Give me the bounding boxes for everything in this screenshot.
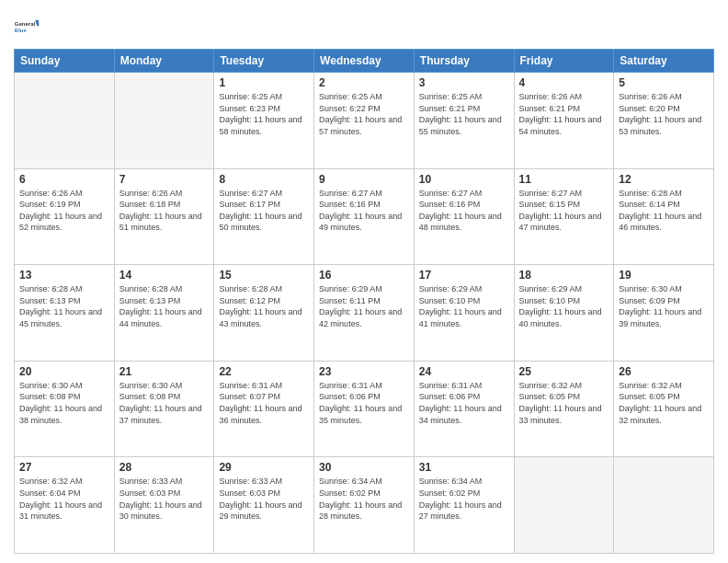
calendar-cell: 13 Sunrise: 6:28 AM Sunset: 6:13 PM Dayl… [15,265,115,362]
daylight-text: Daylight: 11 hours and 36 minutes. [219,403,309,426]
sunset-text: Sunset: 6:03 PM [119,488,210,500]
day-number: 26 [619,365,709,378]
day-number: 8 [219,173,309,186]
cell-info: Sunrise: 6:34 AM Sunset: 6:02 PM Dayligh… [319,476,409,522]
calendar-cell: 7 Sunrise: 6:26 AM Sunset: 6:18 PM Dayli… [114,168,214,265]
calendar-cell: 18 Sunrise: 6:29 AM Sunset: 6:10 PM Dayl… [514,265,614,362]
calendar-cell [15,73,115,169]
day-number: 27 [19,461,109,474]
weekday-header-wednesday: Wednesday [314,50,415,73]
day-number: 4 [519,76,609,89]
cell-info: Sunrise: 6:31 AM Sunset: 6:06 PM Dayligh… [319,380,409,426]
cell-info: Sunrise: 6:30 AM Sunset: 6:09 PM Dayligh… [619,283,709,329]
daylight-text: Daylight: 11 hours and 58 minutes. [219,114,309,137]
sunrise-text: Sunrise: 6:25 AM [419,91,509,103]
day-number: 19 [619,269,709,282]
day-number: 21 [119,365,210,378]
day-number: 10 [419,173,509,186]
cell-info: Sunrise: 6:27 AM Sunset: 6:17 PM Dayligh… [219,188,309,234]
calendar-week-row: 27 Sunrise: 6:32 AM Sunset: 6:04 PM Dayl… [15,457,714,554]
calendar-cell: 11 Sunrise: 6:27 AM Sunset: 6:15 PM Dayl… [514,168,614,265]
weekday-header-sunday: Sunday [15,50,115,73]
calendar-cell: 31 Sunrise: 6:34 AM Sunset: 6:02 PM Dayl… [414,457,514,554]
sunset-text: Sunset: 6:11 PM [319,295,409,307]
sunrise-text: Sunrise: 6:26 AM [619,91,709,103]
day-number: 31 [419,461,509,474]
sunrise-text: Sunrise: 6:34 AM [419,476,509,488]
weekday-header-friday: Friday [514,50,614,73]
day-number: 5 [619,76,709,89]
calendar-cell [114,73,214,169]
cell-info: Sunrise: 6:34 AM Sunset: 6:02 PM Dayligh… [419,476,509,522]
sunrise-text: Sunrise: 6:32 AM [19,476,109,488]
sunrise-text: Sunrise: 6:33 AM [119,476,210,488]
calendar-cell [614,457,714,554]
daylight-text: Daylight: 11 hours and 30 minutes. [119,500,210,523]
sunset-text: Sunset: 6:15 PM [519,199,609,211]
calendar-cell: 14 Sunrise: 6:28 AM Sunset: 6:13 PM Dayl… [114,265,214,362]
sunrise-text: Sunrise: 6:34 AM [319,476,409,488]
page: General Blue SundayMondayTuesdayWednesda… [0,0,728,563]
calendar-cell: 26 Sunrise: 6:32 AM Sunset: 6:05 PM Dayl… [614,361,714,457]
daylight-text: Daylight: 11 hours and 29 minutes. [219,500,309,523]
cell-info: Sunrise: 6:31 AM Sunset: 6:06 PM Dayligh… [419,380,509,426]
day-number: 23 [319,365,409,378]
cell-info: Sunrise: 6:26 AM Sunset: 6:21 PM Dayligh… [519,91,609,137]
cell-info: Sunrise: 6:28 AM Sunset: 6:12 PM Dayligh… [219,283,309,329]
sunset-text: Sunset: 6:17 PM [219,199,309,211]
calendar-cell: 4 Sunrise: 6:26 AM Sunset: 6:21 PM Dayli… [514,73,614,169]
daylight-text: Daylight: 11 hours and 53 minutes. [619,114,709,137]
cell-info: Sunrise: 6:26 AM Sunset: 6:20 PM Dayligh… [619,91,709,137]
calendar-week-row: 13 Sunrise: 6:28 AM Sunset: 6:13 PM Dayl… [15,265,714,362]
calendar-cell [514,457,614,554]
day-number: 30 [319,461,409,474]
day-number: 25 [519,365,609,378]
sunset-text: Sunset: 6:13 PM [19,295,109,307]
calendar-cell: 29 Sunrise: 6:33 AM Sunset: 6:03 PM Dayl… [214,457,314,554]
calendar-cell: 23 Sunrise: 6:31 AM Sunset: 6:06 PM Dayl… [314,361,415,457]
calendar-cell: 22 Sunrise: 6:31 AM Sunset: 6:07 PM Dayl… [214,361,314,457]
sunset-text: Sunset: 6:05 PM [519,391,609,403]
cell-info: Sunrise: 6:30 AM Sunset: 6:08 PM Dayligh… [119,380,210,426]
sunset-text: Sunset: 6:14 PM [619,199,709,211]
sunset-text: Sunset: 6:08 PM [119,391,210,403]
calendar-cell: 6 Sunrise: 6:26 AM Sunset: 6:19 PM Dayli… [15,168,115,265]
sunrise-text: Sunrise: 6:31 AM [219,380,309,392]
weekday-header-tuesday: Tuesday [214,50,314,73]
cell-info: Sunrise: 6:32 AM Sunset: 6:05 PM Dayligh… [619,380,709,426]
daylight-text: Daylight: 11 hours and 35 minutes. [319,403,409,426]
daylight-text: Daylight: 11 hours and 44 minutes. [119,306,210,329]
sunset-text: Sunset: 6:19 PM [19,199,109,211]
cell-info: Sunrise: 6:25 AM Sunset: 6:23 PM Dayligh… [219,91,309,137]
sunset-text: Sunset: 6:09 PM [619,295,709,307]
svg-text:Blue: Blue [15,28,28,33]
day-number: 2 [319,76,409,89]
daylight-text: Daylight: 11 hours and 57 minutes. [319,114,409,137]
calendar-week-row: 1 Sunrise: 6:25 AM Sunset: 6:23 PM Dayli… [15,73,714,169]
sunrise-text: Sunrise: 6:26 AM [519,91,609,103]
daylight-text: Daylight: 11 hours and 54 minutes. [519,114,609,137]
daylight-text: Daylight: 11 hours and 37 minutes. [119,403,210,426]
sunrise-text: Sunrise: 6:32 AM [519,380,609,392]
cell-info: Sunrise: 6:25 AM Sunset: 6:22 PM Dayligh… [319,91,409,137]
calendar-cell: 21 Sunrise: 6:30 AM Sunset: 6:08 PM Dayl… [114,361,214,457]
day-number: 11 [519,173,609,186]
sunrise-text: Sunrise: 6:28 AM [119,283,210,295]
weekday-header-row: SundayMondayTuesdayWednesdayThursdayFrid… [15,50,714,73]
sunset-text: Sunset: 6:02 PM [319,488,409,500]
calendar-cell: 2 Sunrise: 6:25 AM Sunset: 6:22 PM Dayli… [314,73,415,169]
calendar-cell: 15 Sunrise: 6:28 AM Sunset: 6:12 PM Dayl… [214,265,314,362]
daylight-text: Daylight: 11 hours and 34 minutes. [419,403,509,426]
day-number: 22 [219,365,309,378]
sunset-text: Sunset: 6:21 PM [519,103,609,115]
sunset-text: Sunset: 6:08 PM [19,391,109,403]
day-number: 20 [19,365,109,378]
sunrise-text: Sunrise: 6:27 AM [419,188,509,200]
cell-info: Sunrise: 6:29 AM Sunset: 6:10 PM Dayligh… [519,283,609,329]
day-number: 29 [219,461,309,474]
sunrise-text: Sunrise: 6:27 AM [519,188,609,200]
sunset-text: Sunset: 6:18 PM [119,199,210,211]
weekday-header-thursday: Thursday [414,50,514,73]
weekday-header-saturday: Saturday [614,50,714,73]
cell-info: Sunrise: 6:29 AM Sunset: 6:11 PM Dayligh… [319,283,409,329]
